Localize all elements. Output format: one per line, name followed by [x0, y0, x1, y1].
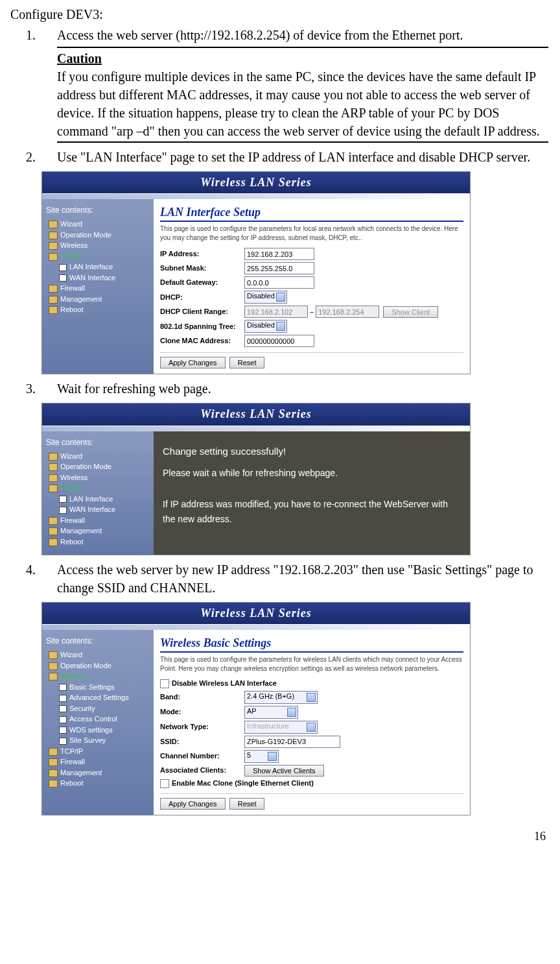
- mac-label: Clone MAC Address:: [160, 336, 244, 346]
- nav-tcpip-2[interactable]: TCP/IP: [46, 483, 150, 494]
- pane-desc-3: This page is used to configure the param…: [160, 655, 463, 673]
- nt-select: Infrastructure: [244, 721, 318, 734]
- content-pane-3: Wireless Basic Settings This page is use…: [154, 630, 470, 815]
- dhcp-label: DHCP:: [160, 293, 244, 302]
- step-4-text: Access the web server by new IP address …: [57, 562, 533, 595]
- apply-button-3[interactable]: Apply Changes: [160, 798, 226, 810]
- range-a-input: [244, 306, 308, 318]
- content-pane: LAN Interface Setup This page is used to…: [154, 199, 470, 374]
- nav-wireless-3[interactable]: Wireless: [46, 671, 150, 682]
- band-label: Band:: [160, 692, 244, 702]
- ip-input[interactable]: [244, 248, 314, 260]
- nav-firewall-2[interactable]: Firewall: [46, 515, 150, 526]
- nav-firewall[interactable]: Firewall: [46, 283, 150, 294]
- nav-sec[interactable]: Security: [46, 703, 150, 714]
- ip-label: IP Address:: [160, 249, 244, 259]
- reset-button-3[interactable]: Reset: [229, 798, 265, 810]
- nav-wan[interactable]: WAN Interface: [46, 272, 150, 283]
- gw-label: Default Gateway:: [160, 278, 244, 287]
- dhcp-select[interactable]: Disabled: [244, 291, 287, 304]
- msg-wait: Please wait a while for refreshing webpa…: [163, 466, 461, 481]
- nav-mgmt-3[interactable]: Management: [46, 767, 150, 778]
- nav-tcpip[interactable]: TCP/IP: [46, 251, 150, 262]
- sm-label: Subnet Mask:: [160, 263, 244, 273]
- sm-input[interactable]: [244, 262, 314, 274]
- mode-select[interactable]: AP: [244, 706, 298, 719]
- nav-tcpip-3[interactable]: TCP/IP: [46, 746, 150, 757]
- banner: Wireless LAN Series: [42, 172, 470, 194]
- nav-wizard[interactable]: Wizard: [46, 219, 150, 230]
- screenshot-wireless: Wireless LAN Series Site contents: Wizar…: [41, 602, 471, 815]
- message-pane: Change setting successfully! Please wait…: [154, 431, 470, 555]
- ssid-input[interactable]: [244, 736, 340, 748]
- nt-label: Network Type:: [160, 722, 244, 732]
- step-3: Wait for refreshing web page.: [26, 380, 548, 398]
- nav-basic[interactable]: Basic Settings: [46, 682, 150, 693]
- show-client-button: Show Client: [383, 306, 438, 318]
- banner-2: Wireless LAN Series: [42, 404, 470, 426]
- assoc-label: Associated Clients:: [160, 765, 244, 775]
- msg-reconnect: If IP address was modified, you have to …: [163, 497, 461, 528]
- nav-wireless-2[interactable]: Wireless: [46, 472, 150, 483]
- nav-wizard-3[interactable]: Wizard: [46, 649, 150, 660]
- step-4: Access the web server by new IP address …: [26, 560, 548, 597]
- step-2-text: Use "LAN Interface" page to set the IP a…: [57, 150, 530, 164]
- caution-body: If you configure multiple devices in the…: [57, 67, 548, 140]
- ch-label: Channel Number:: [160, 751, 244, 761]
- nav-opmode-2[interactable]: Operation Mode: [46, 461, 150, 472]
- page-number: 16: [10, 828, 548, 845]
- step-1-text: Access the web server (http://192.168.2.…: [57, 28, 463, 42]
- macclone-label: Enable Mac Clone (Single Ethernet Client…: [172, 778, 314, 788]
- caution-title: Caution: [57, 51, 102, 66]
- nav-opmode-3[interactable]: Operation Mode: [46, 660, 150, 671]
- nav-wizard-2[interactable]: Wizard: [46, 451, 150, 462]
- nav-firewall-3[interactable]: Firewall: [46, 756, 150, 767]
- nav-opmode[interactable]: Operation Mode: [46, 230, 150, 241]
- gw-input[interactable]: [244, 276, 314, 289]
- nav-lan-2[interactable]: LAN Interface: [46, 494, 150, 505]
- mode-label: Mode:: [160, 707, 244, 717]
- pane-title: LAN Interface Setup: [160, 204, 463, 222]
- apply-button[interactable]: Apply Changes: [160, 357, 226, 368]
- nav-title: Site contents:: [46, 204, 150, 216]
- range-b-input: [316, 306, 379, 318]
- nav-reboot-3[interactable]: Reboot: [46, 778, 150, 789]
- macclone-checkbox[interactable]: [160, 779, 169, 788]
- page-heading: Configure DEV3:: [10, 5, 548, 23]
- reset-button[interactable]: Reset: [229, 357, 265, 368]
- nav-wan-2[interactable]: WAN Interface: [46, 504, 150, 515]
- ch-select[interactable]: 5: [244, 750, 279, 763]
- nav-mgmt[interactable]: Management: [46, 294, 150, 305]
- disable-wlan-checkbox[interactable]: [160, 679, 169, 688]
- ssid-label: SSID:: [160, 737, 244, 747]
- nav-wds[interactable]: WDS settings: [46, 725, 150, 736]
- nav-sidebar-2: Site contents: Wizard Operation Mode Wir…: [42, 431, 154, 555]
- nav-title-2: Site contents:: [46, 437, 150, 448]
- screenshot-lan-setup: Wireless LAN Series Site contents: Wizar…: [41, 171, 471, 374]
- span-select[interactable]: Disabled: [244, 320, 287, 333]
- pane-desc: This page is used to configure the param…: [160, 224, 463, 243]
- nav-mgmt-2[interactable]: Management: [46, 525, 150, 536]
- nav-wireless[interactable]: Wireless: [46, 240, 150, 251]
- caution-box: Caution If you configure multiple device…: [57, 47, 548, 143]
- nav-title-3: Site contents:: [46, 635, 150, 647]
- step-3-text: Wait for refreshing web page.: [57, 381, 211, 396]
- nav-reboot-2[interactable]: Reboot: [46, 536, 150, 548]
- step-1: Access the web server (http://192.168.2.…: [26, 26, 548, 143]
- span-label: 802.1d Spanning Tree:: [160, 322, 244, 331]
- nav-lan[interactable]: LAN Interface: [46, 261, 150, 272]
- show-active-clients-button[interactable]: Show Active Clients: [244, 765, 324, 777]
- disable-wlan-label: Disable Wireless LAN Interface: [172, 679, 277, 688]
- nav-survey[interactable]: Site Survey: [46, 735, 150, 746]
- mac-input[interactable]: [244, 335, 314, 347]
- nav-adv[interactable]: Advanced Settings: [46, 692, 150, 703]
- nav-sidebar-3: Site contents: Wizard Operation Mode Wir…: [42, 630, 154, 815]
- pane-title-3: Wireless Basic Settings: [160, 635, 463, 653]
- step-2: Use "LAN Interface" page to set the IP a…: [26, 148, 548, 166]
- band-select[interactable]: 2.4 GHz (B+G): [244, 691, 318, 704]
- msg-success: Change setting successfully!: [163, 443, 461, 460]
- screenshot-refresh: Wireless LAN Series Site contents: Wizar…: [41, 403, 471, 555]
- nav-sidebar: Site contents: Wizard Operation Mode Wir…: [42, 199, 154, 374]
- nav-reboot[interactable]: Reboot: [46, 304, 150, 315]
- nav-ac[interactable]: Access Control: [46, 714, 150, 725]
